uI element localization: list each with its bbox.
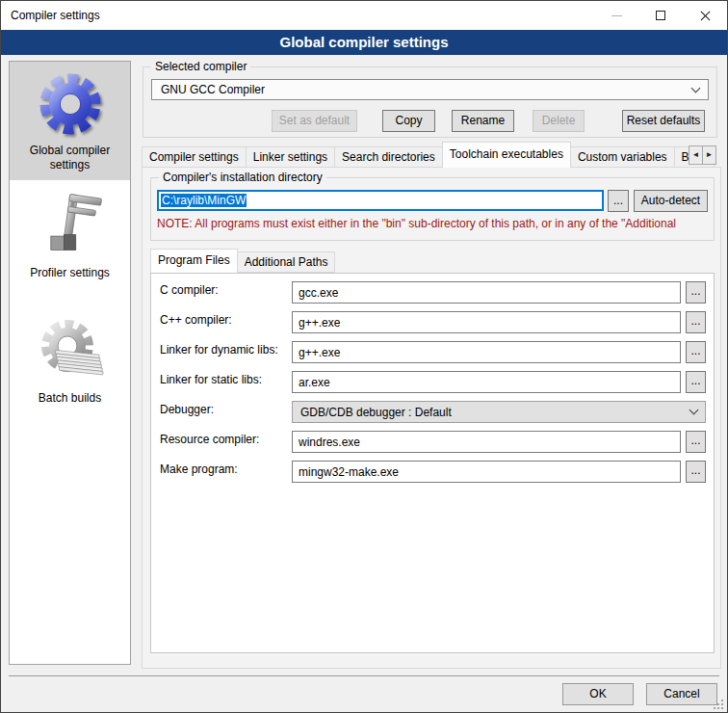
linker-static-input[interactable] bbox=[292, 371, 681, 393]
field-row-resource-compiler: Resource compiler: ... bbox=[160, 431, 706, 453]
debugger-select[interactable]: GDB/CDB debugger : Default bbox=[292, 401, 706, 423]
reset-defaults-button[interactable]: Reset defaults bbox=[622, 110, 705, 132]
footer-separator bbox=[9, 675, 719, 676]
minimize-button[interactable] bbox=[594, 1, 638, 30]
tab-linker-settings[interactable]: Linker settings bbox=[246, 146, 335, 168]
field-label: Resource compiler: bbox=[160, 431, 292, 446]
compiler-buttons-row: Set as default Copy Rename Delete Reset … bbox=[143, 110, 716, 132]
debugger-select-value: GDB/CDB debugger : Default bbox=[300, 406, 690, 419]
tab-compiler-settings[interactable]: Compiler settings bbox=[142, 146, 247, 168]
selected-text: C:\raylib\MinGW bbox=[161, 194, 247, 207]
settings-sidebar: Global compiler settings Profiler se bbox=[9, 61, 131, 665]
caliper-icon bbox=[36, 190, 105, 263]
chevron-down-icon bbox=[691, 83, 701, 92]
maximize-icon bbox=[656, 11, 665, 20]
compiler-select-value: GNU GCC Compiler bbox=[161, 83, 692, 96]
ok-button[interactable]: OK bbox=[562, 683, 634, 705]
compiler-settings-window: Compiler settings Global compiler settin… bbox=[0, 0, 728, 713]
toolchain-subtabs: Program Files Additional Paths bbox=[150, 249, 334, 273]
field-row-debugger: Debugger: GDB/CDB debugger : Default bbox=[160, 401, 706, 423]
tab-scroll-left-button[interactable]: ◄ bbox=[689, 145, 703, 165]
set-as-default-button[interactable]: Set as default bbox=[272, 110, 357, 132]
field-row-c-compiler: C compiler: ... bbox=[160, 281, 706, 304]
installation-directory-group: Compiler's installation directory C:\ray… bbox=[150, 177, 715, 241]
field-row-linker-dynamic: Linker for dynamic libs: ... bbox=[160, 341, 706, 363]
caption-buttons bbox=[594, 1, 727, 30]
tab-custom-variables[interactable]: Custom variables bbox=[570, 146, 675, 168]
tab-toolchain-executables[interactable]: Toolchain executables bbox=[442, 142, 571, 168]
compiler-select[interactable]: GNU GCC Compiler bbox=[151, 79, 709, 100]
installation-directory-input[interactable]: C:\raylib\MinGW bbox=[157, 190, 604, 211]
linker-dynamic-input[interactable] bbox=[292, 341, 681, 363]
sidebar-item-batch-builds[interactable]: Batch builds bbox=[10, 309, 130, 413]
page-title: Global compiler settings bbox=[1, 30, 727, 55]
subtab-program-files[interactable]: Program Files bbox=[150, 249, 238, 273]
selected-compiler-group: Selected compiler GNU GCC Compiler Set a… bbox=[143, 66, 717, 138]
field-label: Debugger: bbox=[160, 401, 292, 416]
installation-directory-row: C:\raylib\MinGW ... Auto-detect bbox=[157, 190, 708, 211]
maximize-button[interactable] bbox=[638, 1, 683, 30]
subtab-additional-paths[interactable]: Additional Paths bbox=[237, 251, 336, 273]
sidebar-item-label: Profiler settings bbox=[12, 266, 128, 280]
minimize-icon bbox=[611, 15, 622, 16]
arrow-right-icon: ► bbox=[706, 150, 714, 159]
gear-stack-icon bbox=[34, 315, 107, 388]
delete-button[interactable]: Delete bbox=[533, 110, 585, 132]
note-text: NOTE: All programs must exist either in … bbox=[157, 217, 714, 230]
close-icon bbox=[699, 10, 712, 22]
tab-search-directories[interactable]: Search directories bbox=[334, 146, 443, 168]
c-compiler-input[interactable] bbox=[292, 281, 681, 304]
window-title: Compiler settings bbox=[1, 9, 100, 22]
toolchain-executables-page: Compiler's installation directory C:\ray… bbox=[142, 167, 721, 669]
tab-scroll-right-button[interactable]: ► bbox=[702, 145, 716, 165]
group-legend: Compiler's installation directory bbox=[159, 171, 326, 184]
field-label: Make program: bbox=[160, 461, 292, 476]
sidebar-item-label: Batch builds bbox=[12, 391, 128, 406]
close-button[interactable] bbox=[683, 1, 727, 30]
field-label: C++ compiler: bbox=[160, 311, 292, 327]
cpp-compiler-input[interactable] bbox=[292, 311, 681, 333]
gear-blue-icon bbox=[34, 67, 107, 141]
program-files-panel: C compiler: ... C++ compiler: ... Linker… bbox=[150, 273, 715, 653]
copy-button[interactable]: Copy bbox=[382, 110, 435, 132]
field-label: C compiler: bbox=[160, 281, 292, 297]
field-label: Linker for static libs: bbox=[160, 371, 292, 386]
browse-directory-button[interactable]: ... bbox=[608, 190, 629, 212]
sidebar-item-label: Global compiler settings bbox=[12, 144, 128, 172]
field-row-make-program: Make program: ... bbox=[160, 461, 706, 483]
resource-compiler-input[interactable] bbox=[292, 431, 681, 453]
sidebar-item-profiler-settings[interactable]: Profiler settings bbox=[10, 180, 130, 288]
arrow-left-icon: ◄ bbox=[692, 150, 700, 159]
field-row-linker-static: Linker for static libs: ... bbox=[160, 371, 706, 393]
titlebar: Compiler settings bbox=[1, 1, 727, 30]
field-row-cpp-compiler: C++ compiler: ... bbox=[160, 311, 706, 333]
group-legend: Selected compiler bbox=[151, 60, 250, 73]
make-program-input[interactable] bbox=[292, 461, 681, 483]
settings-tabbar: Compiler settings Linker settings Search… bbox=[142, 142, 721, 168]
field-label: Linker for dynamic libs: bbox=[160, 341, 292, 356]
tab-scroll-buttons: ◄ ► bbox=[689, 145, 716, 708]
sidebar-item-global-compiler-settings[interactable]: Global compiler settings bbox=[10, 62, 130, 180]
rename-button[interactable]: Rename bbox=[452, 110, 514, 132]
